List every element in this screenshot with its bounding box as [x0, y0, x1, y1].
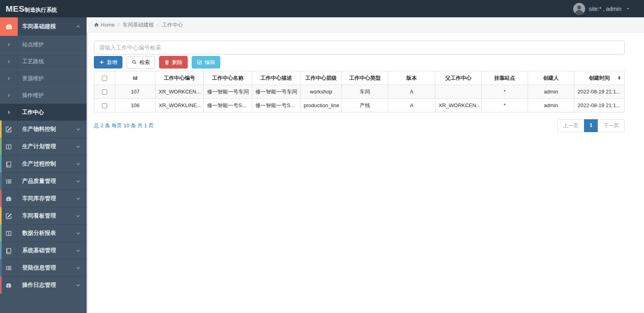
chevron-right-icon	[7, 110, 11, 114]
breadcrumb-section[interactable]: 车间基础建模	[122, 21, 154, 29]
avatar[interactable]	[573, 3, 585, 15]
column-header-3[interactable]: 工作中心描述	[252, 71, 300, 85]
delete-button[interactable]: 删除	[159, 56, 188, 68]
table-cell: *	[482, 85, 528, 99]
pencil-square-icon	[5, 213, 12, 220]
column-header-9[interactable]: 创建人	[528, 71, 574, 85]
sidebar-subitem-label: 资源维护	[22, 75, 44, 82]
column-header-5[interactable]: 工作中心类型	[342, 71, 388, 85]
search-button[interactable]: 检索	[126, 56, 155, 68]
user-menu[interactable]: site:* , admin	[573, 3, 630, 15]
sidebar-subitem-0[interactable]: 站点维护	[0, 36, 87, 53]
column-header-label: 工作中心层级	[305, 75, 337, 81]
table-cell: 108	[115, 99, 155, 112]
sidebar-item-label: 数据分析报表	[22, 230, 76, 237]
chevron-down-icon	[76, 196, 81, 201]
sidebar-item-8[interactable]: 登陆信息管理	[0, 259, 87, 276]
select-all-checkbox[interactable]	[102, 76, 107, 81]
column-header-6[interactable]: 版本	[388, 71, 435, 85]
gauge-icon	[5, 282, 12, 289]
chevron-down-icon	[76, 231, 81, 236]
sidebar-item-label: 系统基础管理	[22, 247, 76, 254]
prev-page-button[interactable]: 上一页	[557, 119, 584, 132]
sidebar-item-9[interactable]: 操作日志管理	[0, 276, 87, 294]
pin-icon[interactable]	[617, 76, 621, 80]
sidebar-item-label: 产品质量管理	[22, 178, 76, 185]
sidebar-item-icon-cell	[0, 17, 18, 36]
sidebar-item-7[interactable]: 系统基础管理	[0, 242, 87, 259]
sidebar-item-5[interactable]: 车间看板管理	[0, 207, 87, 224]
content-area: Home / 车间基础建模 / 工作中心 新增 检索 删除 编辑 id工作中心编…	[87, 17, 644, 313]
chevron-right-icon	[7, 60, 11, 64]
list-icon	[5, 265, 12, 272]
row-select-cell	[94, 99, 115, 112]
columns-icon	[5, 143, 12, 150]
table-header-row: id工作中心编号工作中心名称工作中心描述工作中心层级工作中心类型版本父工作中心挂…	[94, 71, 625, 85]
sidebar-item-workshop-modeling[interactable]: 车间基础建模	[0, 17, 87, 36]
column-header-1[interactable]: 工作中心编号	[155, 71, 204, 85]
button-label: 删除	[172, 59, 182, 66]
chevron-down-icon	[76, 265, 81, 270]
sidebar-item-label: 登陆信息管理	[22, 264, 76, 272]
column-header-label: 工作中心类型	[349, 75, 381, 81]
sidebar-item-1[interactable]: 生产计划管理	[0, 138, 87, 155]
sidebar-subitem-4[interactable]: 工作中心	[0, 104, 87, 120]
sidebar-item-2[interactable]: 生产过程控制	[0, 155, 87, 172]
sidebar: 车间基础建模 站点维护 工艺路线 资源维护 操作维护 工作中心	[0, 17, 87, 313]
list-icon	[5, 178, 12, 185]
table-cell: XR_WORKLINE...	[155, 99, 204, 112]
button-label: 新增	[107, 59, 117, 66]
sidebar-subitem-3[interactable]: 操作维护	[0, 87, 87, 104]
sidebar-item-0[interactable]: 生产物料控制	[0, 120, 87, 138]
user-label: site:* , admin	[589, 6, 621, 12]
table-row-1[interactable]: 108XR_WORKLINE...修一智能一号S...修一智能一号S...pro…	[94, 99, 625, 112]
column-header-8[interactable]: 挂靠站点	[482, 71, 528, 85]
sidebar-item-label: 车间看板管理	[22, 212, 76, 220]
select-all-header[interactable]	[94, 71, 115, 85]
sidebar-item-4[interactable]: 车间库存管理	[0, 190, 87, 207]
table-cell: production_line	[300, 99, 342, 112]
add-button[interactable]: 新增	[94, 56, 122, 68]
page-1-button[interactable]: 1	[584, 119, 598, 132]
row-checkbox[interactable]	[102, 89, 107, 95]
chevron-down-icon	[76, 127, 81, 132]
gauge-icon	[5, 195, 12, 202]
main-panel: 新增 检索 删除 编辑 id工作中心编号工作中心名称工作中心描述工作中心层级工作…	[87, 33, 644, 132]
sidebar-item-label: 操作日志管理	[22, 282, 76, 289]
sidebar-subitem-1[interactable]: 工艺路线	[0, 53, 87, 70]
table-cell: 产线	[342, 99, 388, 112]
column-header-label: 父工作中心	[445, 75, 472, 81]
row-checkbox[interactable]	[102, 103, 107, 108]
column-header-10[interactable]: 创建时间	[574, 71, 625, 85]
search-input[interactable]	[94, 41, 625, 54]
breadcrumb-home[interactable]: Home	[101, 22, 115, 28]
next-page-button[interactable]: 下一页	[598, 119, 625, 132]
column-header-7[interactable]: 父工作中心	[435, 71, 482, 85]
pager: 上一页 1 下一页	[557, 119, 625, 132]
column-header-label: 创建人	[543, 75, 559, 81]
column-header-label: 工作中心编号	[164, 75, 195, 81]
book-icon	[5, 247, 12, 254]
sidebar-subitem-label: 工艺路线	[22, 58, 44, 65]
top-navbar: MES制造执行系统 site:* , admin	[0, 0, 644, 17]
table-cell: 修一智能一号车间	[204, 85, 252, 99]
table-cell: 修一智能一号S...	[252, 99, 300, 112]
column-header-0[interactable]: id	[115, 71, 155, 85]
brand-subtitle: 制造执行系统	[25, 6, 57, 14]
toolbar: 新增 检索 删除 编辑	[94, 56, 625, 68]
column-header-label: 版本	[406, 75, 417, 81]
chevron-down-icon	[76, 144, 81, 149]
chevron-down-icon	[76, 283, 81, 288]
sidebar-subitem-2[interactable]: 资源维护	[0, 70, 87, 87]
columns-icon	[5, 230, 12, 237]
table-cell: A	[388, 85, 435, 99]
table-row-0[interactable]: 107XR_WORKCEN...修一智能一号车间修一智能一号车间workshop…	[94, 85, 625, 99]
column-header-2[interactable]: 工作中心名称	[204, 71, 252, 85]
table-cell: admin	[528, 85, 574, 99]
sidebar-item-6[interactable]: 数据分析报表	[0, 224, 87, 242]
edit-button[interactable]: 编辑	[192, 56, 220, 68]
sidebar-item-3[interactable]: 产品质量管理	[0, 172, 87, 190]
table-cell: 107	[115, 85, 155, 99]
table-cell: workshop	[300, 85, 342, 99]
column-header-4[interactable]: 工作中心层级	[300, 71, 342, 85]
